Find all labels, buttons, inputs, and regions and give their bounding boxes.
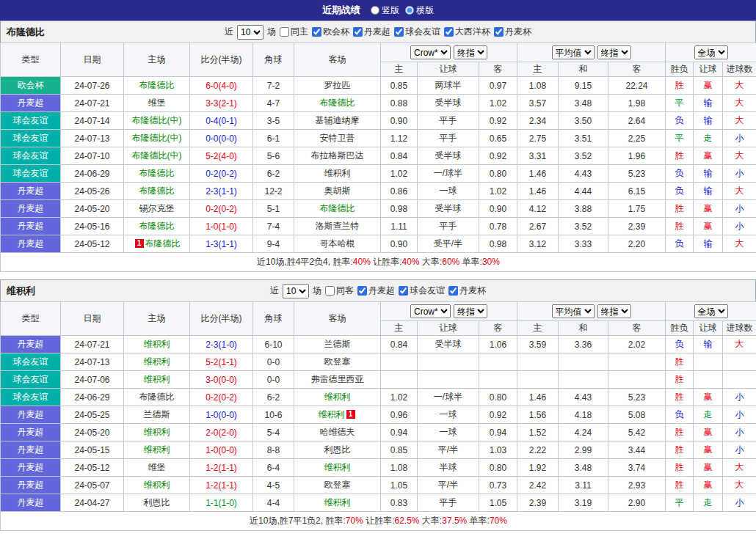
recent-count-select[interactable]: 10 <box>237 25 263 40</box>
league-checkbox[interactable]: 球会友谊 <box>399 285 445 297</box>
league-checkbox[interactable]: 丹麦超 <box>353 26 390 38</box>
odds-away-cell: 0.90 <box>479 200 517 218</box>
same-venue-label: 同客 <box>336 285 354 297</box>
scope-select[interactable]: 全场 <box>694 45 728 59</box>
result-handicap-cell: 输 <box>694 235 723 253</box>
final-odds-select-2[interactable]: 终指 <box>597 304 631 318</box>
final-odds-select[interactable]: 终指 <box>454 45 487 59</box>
result-goals-cell: 小 <box>723 441 756 459</box>
result-winloss-cell: 负 <box>666 336 694 353</box>
avg-away-cell: 2.20 <box>608 235 666 253</box>
avg-away-cell: 3.44 <box>608 441 666 459</box>
match-row: 球会友谊24-06-29布隆德比0-2(0-2)6-2维积利1.02一/球半0.… <box>1 165 756 183</box>
average-select[interactable]: 平均值 <box>552 45 595 59</box>
summary-text: 近10场,胜4平2负4, 胜率:40% 让胜率:40% 大率:60% 单率:30… <box>1 253 756 272</box>
result-goals-cell: 大 <box>723 459 756 477</box>
same-venue-checkbox-input[interactable] <box>280 27 289 37</box>
team-section: 维积利近10场同客丹麦超球会友谊丹麦杯类型日期主场比分(半场)角球客场Crow*… <box>0 279 756 531</box>
odds-home-cell: 1.02 <box>381 165 418 183</box>
average-select[interactable]: 平均值 <box>552 304 595 318</box>
avg-away-cell: 22.24 <box>608 77 666 95</box>
bookmaker-select[interactable]: Crow* <box>410 45 451 59</box>
team-name-text: 兰德斯 <box>144 409 170 419</box>
avg-draw-cell: 3.50 <box>559 112 608 130</box>
avg-away-cell: 1.96 <box>608 147 666 165</box>
league-checkbox[interactable]: 大西洋杯 <box>444 26 490 38</box>
col-header-date: 日期 <box>61 302 124 336</box>
layout-radio-vertical[interactable]: 竖版 <box>371 4 399 17</box>
horizontal-radio-input[interactable] <box>405 6 414 15</box>
avg-draw-cell: 3.11 <box>559 477 608 494</box>
result-winloss-cell: 平 <box>666 494 694 512</box>
league-checkbox-input[interactable] <box>353 27 363 37</box>
odds-handicap-cell: 一/球半 <box>418 389 479 406</box>
league-checkbox[interactable]: 欧会杯 <box>312 26 349 38</box>
bookmaker-select[interactable]: Crow* <box>410 304 451 318</box>
team-name-text: 布隆德比 <box>139 221 175 231</box>
summary-text: 近10场,胜7平1负2, 胜率:70% 让胜率:62.5% 大率:37.5% 单… <box>1 512 756 531</box>
final-odds-select-2[interactable]: 终指 <box>597 45 631 59</box>
same-venue-checkbox[interactable]: 同主 <box>280 26 308 38</box>
summary-stat-value: 62.5% <box>395 516 420 526</box>
odds-handicap-cell <box>418 371 479 389</box>
odds-handicap-cell: 受半球 <box>418 200 479 218</box>
match-score: 1-2(1-1) <box>190 477 253 494</box>
odds-away-cell: 0.97 <box>479 77 517 95</box>
result-handicap-cell: 赢 <box>694 441 723 459</box>
vertical-radio-input[interactable] <box>371 6 379 15</box>
league-checkbox[interactable]: 丹麦杯 <box>494 26 531 38</box>
subcol-header-odds-away: 客 <box>479 62 517 77</box>
league-checkbox-input[interactable] <box>494 27 504 37</box>
corner-score: 3-5 <box>253 112 294 130</box>
league-checkbox-input[interactable] <box>357 286 367 296</box>
odds-away-cell: 0.78 <box>479 218 517 235</box>
result-winloss-cell: 胜 <box>666 477 694 494</box>
odds-group-header: 全场 <box>666 302 756 321</box>
result-handicap-cell: 输 <box>694 112 723 130</box>
corner-score: 6-10 <box>253 336 294 353</box>
final-odds-select[interactable]: 终指 <box>454 304 487 318</box>
odds-away-cell: 0.98 <box>479 235 517 253</box>
avg-draw-cell: 3.88 <box>559 200 608 218</box>
avg-away-cell: 2.90 <box>608 494 666 512</box>
match-date: 24-07-13 <box>61 130 124 147</box>
result-handicap-cell: 赢 <box>694 477 723 494</box>
odds-away-cell: 0.80 <box>479 459 517 477</box>
recent-count-select[interactable]: 10 <box>283 284 309 298</box>
scope-select[interactable]: 全场 <box>694 304 728 318</box>
league-checkbox-input[interactable] <box>394 27 404 37</box>
summary-stat-value: 30% <box>482 257 500 267</box>
odds-away-cell: 1.02 <box>479 95 517 112</box>
league-type-cell: 丹麦超 <box>1 235 61 253</box>
away-team: 布隆德比 <box>294 95 381 112</box>
result-handicap-cell: 赢 <box>694 218 723 235</box>
league-checkbox-input[interactable] <box>399 286 408 296</box>
result-winloss-cell: 胜 <box>666 147 694 165</box>
team-name-text: 维积利 <box>324 392 351 402</box>
league-type-cell: 丹麦超 <box>1 336 61 353</box>
games-label: 场 <box>313 285 321 297</box>
same-venue-checkbox-input[interactable] <box>325 286 335 296</box>
odds-away-cell <box>479 371 517 389</box>
match-row: 丹麦超24-05-20锡尔克堡0-2(0-2)5-1布隆德比0.98受半球0.9… <box>1 200 756 218</box>
avg-draw-cell: 3.19 <box>559 494 608 512</box>
league-checkbox[interactable]: 丹麦超 <box>357 285 395 297</box>
team-name-text: 布隆德比 <box>320 98 355 108</box>
avg-home-cell: 1.46 <box>517 165 559 183</box>
avg-home-cell: 2.39 <box>517 494 559 512</box>
team-name-text: 维积利 <box>324 497 351 507</box>
match-row: 丹麦超24-05-12维堡1-2(1-1)6-4维积利1.08半球0.801.9… <box>1 459 756 477</box>
col-header-date: 日期 <box>61 43 124 77</box>
league-checkbox[interactable]: 球会友谊 <box>394 26 440 38</box>
league-checkbox[interactable]: 丹麦杯 <box>448 285 486 297</box>
result-winloss-cell: 平 <box>666 95 694 112</box>
away-team: 维积利 <box>294 165 381 183</box>
avg-draw-cell: 4.43 <box>559 389 608 406</box>
layout-radio-horizontal[interactable]: 横版 <box>405 4 434 17</box>
same-venue-checkbox[interactable]: 同客 <box>325 285 354 297</box>
league-checkbox-input[interactable] <box>448 286 458 296</box>
summary-stat-value: 60% <box>442 257 459 267</box>
away-team: 哥本哈根 <box>294 235 381 253</box>
league-checkbox-input[interactable] <box>444 27 454 37</box>
league-checkbox-input[interactable] <box>312 27 321 37</box>
